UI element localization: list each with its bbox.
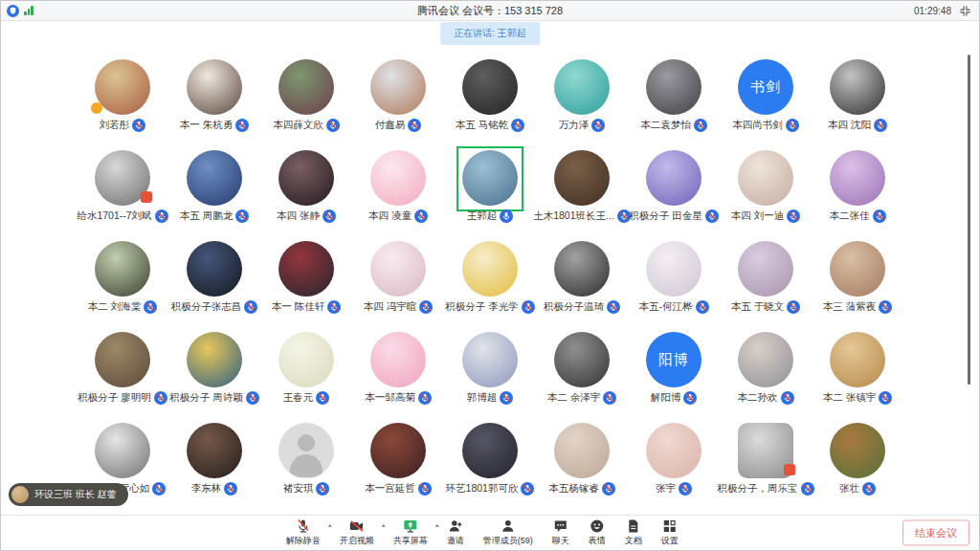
exit-fullscreen-icon[interactable] xyxy=(959,5,971,17)
participant-name: 本二 余泽宇 xyxy=(547,391,600,405)
participant-tile[interactable]: 张壮 xyxy=(812,414,903,505)
participant-name: 积极分子 周诗颖 xyxy=(169,391,242,405)
camera-off-icon xyxy=(349,518,365,534)
participant-tile[interactable]: 本一 朱杭勇 xyxy=(168,51,260,142)
participant-tile[interactable]: 本二 余泽宇 xyxy=(536,323,628,414)
participant-tile[interactable]: 王春元 xyxy=(260,323,352,414)
participant-avatar xyxy=(830,423,885,478)
participant-tile[interactable]: 万力泽 xyxy=(536,51,628,142)
participant-avatar xyxy=(646,241,702,297)
toolbar-invite-button[interactable]: 邀请 ▲ xyxy=(447,518,464,547)
participant-tile[interactable]: 本二张佳 xyxy=(812,142,903,232)
mic-status-icon xyxy=(607,300,620,314)
toolbar-start-video-button[interactable]: 开启视频 ▲ xyxy=(340,518,374,547)
participant-tile[interactable]: 本四 沈阳 xyxy=(812,51,903,142)
participant-tile[interactable]: 书剑 本四尚书剑 xyxy=(720,51,812,142)
mic-status-icon xyxy=(316,482,329,496)
caret-up-icon[interactable]: ▲ xyxy=(434,522,440,528)
participant-tile[interactable]: 本二孙欢 xyxy=(720,323,812,414)
invite-icon xyxy=(448,518,463,534)
participant-tile[interactable]: 张宇 xyxy=(628,414,720,505)
participant-tile[interactable]: 积极分子温琦 xyxy=(536,232,628,323)
toolbar-item-label: 设置 xyxy=(661,535,679,547)
participant-tile[interactable]: 本一邹高菊 xyxy=(352,323,444,414)
participant-tile[interactable]: 本二 张镇宇 xyxy=(812,323,903,414)
participant-avatar xyxy=(830,59,885,115)
participant-avatar xyxy=(462,59,518,115)
participant-name: 积极分子 李光学 xyxy=(445,300,518,314)
participant-name: 本五 周鹏龙 xyxy=(180,209,233,223)
participant-tile[interactable]: 积极分子 周诗颖 xyxy=(168,323,260,414)
participant-avatar xyxy=(462,241,518,297)
participant-tile[interactable]: 郭博超 xyxy=(444,323,536,414)
participant-avatar xyxy=(738,332,793,387)
participant-tile[interactable]: 本四薛文欣 xyxy=(260,51,352,142)
participant-name: 积极分子 廖明明 xyxy=(78,391,150,405)
toolbar-settings-button[interactable]: 设置 ▲ xyxy=(661,518,679,547)
toolbar-unmute-button[interactable]: 解除静音 ▲ xyxy=(286,518,321,547)
participant-avatar xyxy=(830,241,885,297)
status-badge-icon xyxy=(91,102,102,114)
participant-tile[interactable]: 本一 陈佳轩 xyxy=(260,232,352,323)
mic-status-icon xyxy=(679,482,692,496)
participant-tile[interactable]: 本二袁梦怡 xyxy=(628,51,720,142)
share-screen-icon xyxy=(403,518,418,534)
participant-name: 积极分子温琦 xyxy=(544,300,604,314)
participant-tile[interactable]: 本四 冯宇暄 xyxy=(352,232,444,323)
mic-status-icon xyxy=(235,119,249,132)
toolbar-emoji-button[interactable]: 表情 ▲ xyxy=(589,518,606,547)
caret-up-icon[interactable]: ▲ xyxy=(327,522,333,528)
mic-status-icon xyxy=(155,209,168,223)
toolbar-manage-members-button[interactable]: 管理成员(59) ▲ xyxy=(483,518,533,547)
participant-tile[interactable]: 本五-何江桦 xyxy=(628,232,720,323)
participant-avatar xyxy=(370,150,426,206)
participant-tile[interactable]: 环艺1801郭可欣 xyxy=(444,414,536,505)
mic-status-icon xyxy=(323,209,336,223)
participant-tile[interactable]: 本五 于晓文 xyxy=(720,232,812,323)
participant-tile[interactable]: 积极分子 田金星 xyxy=(628,142,720,232)
participant-avatar xyxy=(554,150,610,206)
mic-status-icon xyxy=(879,391,892,405)
mic-status-icon xyxy=(154,391,167,405)
participant-tile[interactable]: 本五 周鹏龙 xyxy=(168,142,260,232)
caret-up-icon[interactable]: ▲ xyxy=(381,522,387,528)
toolbar-share-screen-button[interactable]: 共享屏幕 ▲ xyxy=(393,518,428,547)
participant-avatar xyxy=(278,150,334,206)
participant-tile[interactable]: 积极分子 廖明明 xyxy=(77,323,168,414)
participant-tile[interactable]: 本二 刘海棠 xyxy=(77,232,168,323)
participant-avatar: 书剑 xyxy=(738,59,793,115)
participant-tile[interactable]: 积极分子张志昌 xyxy=(168,232,260,323)
mic-status-icon xyxy=(327,300,341,314)
participant-tile[interactable]: 刘若彤 xyxy=(77,51,168,142)
participant-avatar xyxy=(554,332,610,387)
participant-tile[interactable]: 本四 凌童 xyxy=(352,142,444,232)
participant-name: 本一宫延哲 xyxy=(365,482,415,496)
participant-name: 积极分子，周乐宝 xyxy=(718,482,798,496)
toolbar-item-label: 邀请 xyxy=(447,535,464,547)
participant-tile[interactable]: 本一宫延哲 xyxy=(352,414,444,505)
toolbar-chat-button[interactable]: 聊天 ▲ xyxy=(552,518,569,547)
toolbar-item-label: 解除静音 xyxy=(286,535,321,547)
participant-tile[interactable]: 本三 蒲紫夜 xyxy=(812,232,903,323)
participant-tile[interactable]: 褚安琪 xyxy=(260,414,352,505)
participant-tile[interactable]: 本四 张静 xyxy=(260,142,352,232)
participant-tile[interactable]: 李东林 xyxy=(168,414,260,505)
end-meeting-button[interactable]: 结束会议 xyxy=(902,520,969,546)
participant-tile[interactable]: 给水1701--7刘斌 xyxy=(77,142,168,232)
toolbar-docs-button[interactable]: 文档 ▲ xyxy=(625,518,642,547)
participant-tile[interactable]: 付鑫易 xyxy=(352,51,444,142)
participant-name: 本一邹高菊 xyxy=(365,391,415,405)
participant-tile[interactable]: 积极分子 李光学 xyxy=(444,232,536,323)
mic-status-icon xyxy=(787,209,800,223)
participant-tile[interactable]: 本四 刘一迪 xyxy=(720,142,812,232)
mic-status-icon xyxy=(408,119,421,132)
toolbar-item-label: 共享屏幕 xyxy=(393,535,428,547)
participant-tile[interactable]: 积极分子，周乐宝 xyxy=(720,414,812,505)
participant-tile[interactable]: 本五 马铭乾 xyxy=(444,51,536,142)
scrollbar-thumb[interactable] xyxy=(968,55,970,385)
participant-tile[interactable]: 王郭起 xyxy=(444,142,536,232)
participant-tile[interactable]: 土木1801班长王... xyxy=(536,142,628,232)
toolbar-items: 解除静音 ▲ 开启视频 ▲ 共享屏幕 ▲ 邀请 ▲ 管理成员(59) ▲ 聊天 … xyxy=(286,518,679,547)
participant-tile[interactable]: 阳博 解阳博 xyxy=(628,323,720,414)
participant-tile[interactable]: 本五杨镓睿 xyxy=(536,414,628,505)
